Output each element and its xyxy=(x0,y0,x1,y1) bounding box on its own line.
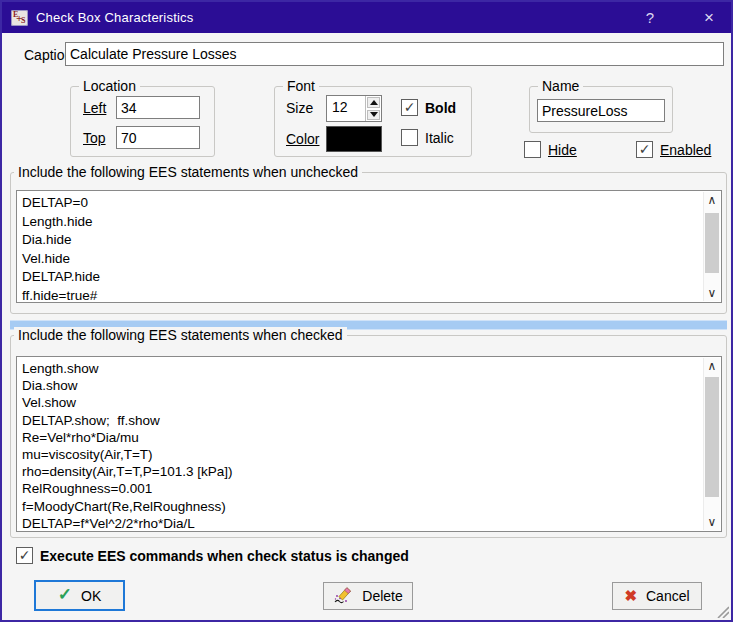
left-label: Left xyxy=(83,100,106,116)
unchecked-statements-editor[interactable]: DELTAP=0Length.hideDia.hideVel.hideDELTA… xyxy=(16,190,722,303)
hide-label: Hide xyxy=(548,142,577,158)
code-line: Dia.show xyxy=(22,377,702,394)
enabled-checkbox[interactable]: ✓ xyxy=(636,141,653,158)
ok-button[interactable]: ✓ OK xyxy=(34,580,125,611)
location-group-title: Location xyxy=(79,78,140,94)
check-icon: ✓ xyxy=(19,548,31,562)
code-line: Length.show xyxy=(22,360,702,377)
font-size-spinner[interactable]: 12 xyxy=(326,95,382,122)
scroll-up-icon[interactable]: ∧ xyxy=(704,192,720,208)
delete-eraser-icon xyxy=(333,586,353,606)
code-line: RelRoughness=0.001 xyxy=(22,480,702,497)
scroll-up-icon[interactable]: ∧ xyxy=(704,358,720,374)
code-line: f=MoodyChart(Re,RelRoughness) xyxy=(22,498,702,515)
code-line: Vel.show xyxy=(22,394,702,411)
checked-statements-editor[interactable]: Length.showDia.showVel.showDELTAP.show; … xyxy=(16,356,722,532)
enabled-label: Enabled xyxy=(660,142,711,158)
top-label: Top xyxy=(83,130,106,146)
check-icon: ✓ xyxy=(639,142,651,156)
help-button[interactable]: ? xyxy=(630,2,670,33)
scrollbar-thumb[interactable] xyxy=(705,377,719,497)
spin-up-button[interactable] xyxy=(367,97,380,108)
checked-group-title: Include the following EES statements whe… xyxy=(14,327,347,343)
font-group: Font Size 12 ✓ Bold Color Italic xyxy=(274,86,472,157)
hide-checkbox[interactable] xyxy=(524,141,541,158)
top-input[interactable]: 70 xyxy=(116,126,200,149)
code-line: DELTAP=f*Vel^2/2*rho*Dia/L xyxy=(22,515,702,530)
font-size-value: 12 xyxy=(327,96,365,121)
checked-scrollbar[interactable]: ∧ ∨ xyxy=(703,358,720,530)
unchecked-statements-text: DELTAP=0Length.hideDia.hideVel.hideDELTA… xyxy=(17,192,702,301)
close-icon[interactable]: × xyxy=(685,2,733,33)
cancel-x-icon: ✖ xyxy=(624,587,637,605)
spin-buttons xyxy=(365,96,381,121)
scroll-down-icon[interactable]: ∨ xyxy=(704,514,720,530)
size-label: Size xyxy=(286,100,313,116)
delete-button[interactable]: Delete xyxy=(323,582,413,610)
spin-up-icon xyxy=(370,100,378,105)
ok-button-label: OK xyxy=(81,588,101,604)
titlebar[interactable]: E + S Check Box Characteristics ? × xyxy=(2,2,731,33)
code-line: rho=density(Air,T=T,P=101.3 [kPa]) xyxy=(22,463,702,480)
unchecked-scrollbar[interactable]: ∧ ∨ xyxy=(703,192,720,301)
icon-letter: S xyxy=(21,17,25,25)
bold-label: Bold xyxy=(425,100,456,116)
scroll-down-icon[interactable]: ∨ xyxy=(704,285,720,301)
checked-statements-group: Include the following EES statements whe… xyxy=(10,335,727,538)
name-group: Name PressureLoss xyxy=(529,86,673,133)
italic-checkbox[interactable] xyxy=(401,129,418,146)
cancel-button-label: Cancel xyxy=(646,588,690,604)
spin-down-icon xyxy=(370,112,378,117)
ok-check-icon: ✓ xyxy=(58,584,72,605)
spin-down-button[interactable] xyxy=(367,110,380,121)
code-line: Dia.hide xyxy=(22,231,702,250)
window-title: Check Box Characteristics xyxy=(36,10,193,25)
execute-label: Execute EES commands when check status i… xyxy=(40,548,409,564)
code-line: Re=Vel*rho*Dia/mu xyxy=(22,429,702,446)
italic-label: Italic xyxy=(425,130,454,146)
cancel-button[interactable]: ✖ Cancel xyxy=(612,582,702,610)
execute-checkbox[interactable]: ✓ xyxy=(16,547,33,564)
name-group-title: Name xyxy=(538,78,583,94)
code-line: DELTAP.hide xyxy=(22,268,702,287)
scrollbar-thumb[interactable] xyxy=(705,213,719,273)
unchecked-group-title: Include the following EES statements whe… xyxy=(14,164,362,180)
code-line: DELTAP=0 xyxy=(22,194,702,213)
checkbox-characteristics-dialog: E + S Check Box Characteristics ? × Capt… xyxy=(0,0,733,622)
code-line: Vel.hide xyxy=(22,250,702,269)
resize-grip[interactable] xyxy=(714,603,729,618)
code-line: Length.hide xyxy=(22,213,702,232)
color-label[interactable]: Color xyxy=(286,131,319,147)
code-line: ff.hide=true# xyxy=(22,287,702,302)
name-input[interactable]: PressureLoss xyxy=(537,99,665,122)
delete-button-label: Delete xyxy=(362,588,402,604)
font-group-title: Font xyxy=(283,78,319,94)
ees-app-icon: E + S xyxy=(11,10,28,26)
bold-checkbox[interactable]: ✓ xyxy=(401,99,418,116)
left-input[interactable]: 34 xyxy=(116,96,200,119)
location-group: Location Left 34 Top 70 xyxy=(70,86,215,157)
unchecked-statements-group: Include the following EES statements whe… xyxy=(10,172,727,314)
code-line: DELTAP.show; ff.show xyxy=(22,412,702,429)
check-icon: ✓ xyxy=(404,100,416,114)
caption-input[interactable]: Calculate Pressure Losses xyxy=(65,42,724,66)
code-line: mu=viscosity(Air,T=T) xyxy=(22,446,702,463)
checked-statements-text: Length.showDia.showVel.showDELTAP.show; … xyxy=(17,358,702,530)
font-color-swatch[interactable] xyxy=(326,126,382,152)
